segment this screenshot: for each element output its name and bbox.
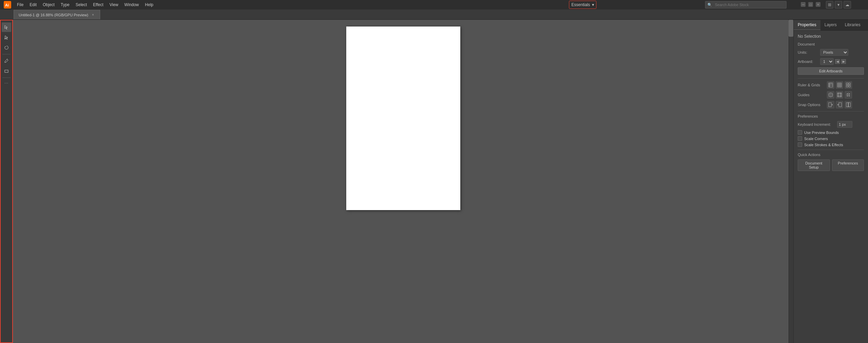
right-panel: Properties Layers Libraries No Selection… [793,20,868,343]
close-button[interactable]: × [816,2,820,7]
svg-rect-20 [846,85,848,87]
menu-type[interactable]: Type [58,2,72,8]
snap-options-row: Snap Options [798,101,864,108]
keyboard-increment-input[interactable] [837,121,852,128]
svg-rect-25 [837,93,842,97]
minimize-button[interactable]: ─ [801,2,806,7]
preferences-button[interactable]: Preferences [832,159,864,171]
guides-label: Guides [798,93,825,97]
guides-icon1-button[interactable] [827,91,834,99]
keyboard-increment-row: Keyboard Increment: [798,121,864,128]
divider-2 [798,111,864,112]
svg-point-2 [5,38,6,39]
snap-icons [827,101,852,108]
left-toolbar: ··· [0,20,13,343]
use-preview-bounds-row: Use Preview Bounds [798,130,864,135]
workspace-chevron-icon: ▾ [592,2,594,7]
tool-separator-1 [2,54,11,54]
window-controls: ─ □ × [801,2,820,7]
ruler-grids-label: Ruler & Grids [798,83,825,87]
grid-icon-button[interactable] [836,81,843,89]
restore-button[interactable]: □ [808,2,813,7]
artboard-prev-button[interactable]: ◀ [835,59,840,64]
lasso-tool-button[interactable] [2,43,11,52]
search-bar[interactable]: 🔍 [705,1,787,8]
vertical-scrollbar[interactable] [789,20,793,343]
pixel-grid-icon-button[interactable] [845,81,852,89]
artboard-select[interactable]: 1 [820,58,834,65]
svg-rect-36 [829,103,831,107]
tab-properties[interactable]: Properties [794,20,820,30]
menu-window[interactable]: Window [122,2,142,8]
pen-tool-button[interactable] [2,56,11,66]
panel-tabs: Properties Layers Libraries [794,20,868,31]
menu-help[interactable]: Help [142,2,156,8]
units-label: Units: [798,50,818,54]
svg-point-35 [849,96,850,97]
workspace-switcher[interactable]: Essentials ▾ [569,1,596,9]
menu-bar: Ai File Edit Object Type Select Effect V… [0,0,868,10]
arrange-icons-button[interactable]: ⊞ [826,1,833,8]
use-preview-bounds-checkbox[interactable] [798,130,802,135]
artboard [346,27,460,210]
guides-row: Guides [798,91,864,99]
tab-layers[interactable]: Layers [820,20,841,30]
artboard-row: Artboard: 1 ◀ ▶ [798,58,864,65]
artboard-nav: 1 ◀ ▶ [820,58,846,65]
more-tools-button[interactable]: ··· [2,80,11,86]
units-select[interactable]: Pixels Points Inches Millimeters [820,49,848,56]
svg-text:Ai: Ai [5,3,9,7]
toolbar-right: ⊞ ▾ ☁ [826,1,851,8]
document-setup-button[interactable]: Document Setup [798,159,830,171]
direct-selection-tool-button[interactable] [2,33,11,42]
menu-object[interactable]: Object [40,2,57,8]
snap-icon2-button[interactable] [836,101,843,108]
quick-actions-title: Quick Actions [798,153,864,157]
ruler-icon-button[interactable] [827,81,834,89]
tab-bar: Untitled-1 @ 16.88% (RGB/GPU Preview) × [0,10,868,20]
document-tab[interactable]: Untitled-1 @ 16.88% (RGB/GPU Preview) × [14,10,100,19]
artboard-next-button[interactable]: ▶ [841,59,846,64]
scale-corners-checkbox[interactable] [798,136,802,141]
guides-icon2-button[interactable] [836,91,843,99]
menu-view[interactable]: View [107,2,121,8]
tool-separator-2 [2,78,11,78]
keyboard-increment-label: Keyboard Increment: [798,122,835,126]
ruler-icons [827,81,852,89]
canvas-area[interactable] [13,20,793,343]
use-preview-bounds-label: Use Preview Bounds [804,131,839,135]
snap-icon3-button[interactable] [845,101,852,108]
cloud-button[interactable]: ☁ [844,1,851,8]
ruler-grids-row: Ruler & Grids [798,81,864,89]
menu-edit[interactable]: Edit [27,2,39,8]
guides-icon3-button[interactable] [845,91,852,99]
quick-actions-row: Document Setup Preferences [798,159,864,171]
document-section-title: Document [798,42,864,46]
divider-3 [798,150,864,150]
snap-icon1-button[interactable] [827,101,834,108]
menu-file[interactable]: File [14,2,26,8]
app-logo: Ai [3,0,12,10]
edit-artboards-button[interactable]: Edit Artboards [798,67,864,75]
tab-close-icon[interactable]: × [91,13,95,17]
scroll-thumb-vertical[interactable] [789,20,793,37]
shape-tool-button[interactable] [2,66,11,76]
svg-rect-21 [849,85,850,87]
search-icon: 🔍 [707,3,712,7]
svg-point-34 [847,96,848,97]
artboard-label: Artboard: [798,59,818,64]
tab-title: Untitled-1 @ 16.88% (RGB/GPU Preview) [19,13,88,17]
selection-tool-button[interactable] [2,22,11,32]
scale-strokes-row: Scale Strokes & Effects [798,142,864,147]
menu-effect[interactable]: Effect [90,2,106,8]
scale-strokes-checkbox[interactable] [798,142,802,147]
main-area: ··· Properties Layers Libraries No Selec… [0,20,868,343]
search-input[interactable] [714,1,784,8]
tab-libraries[interactable]: Libraries [841,20,865,30]
svg-rect-17 [837,83,842,87]
arrange-chevron-button[interactable]: ▾ [835,1,842,8]
units-row: Units: Pixels Points Inches Millimeters [798,49,864,56]
menu-select[interactable]: Select [73,2,90,8]
svg-marker-41 [837,104,838,106]
svg-marker-38 [832,104,833,106]
